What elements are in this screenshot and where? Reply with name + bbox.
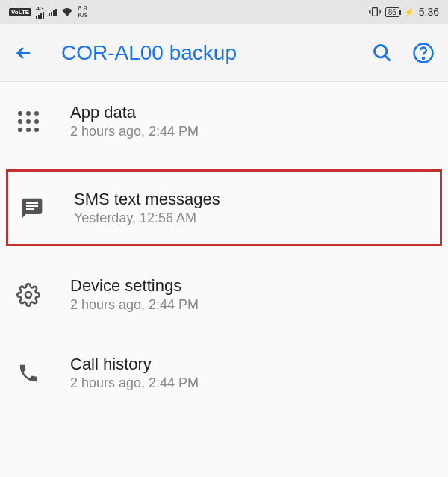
list-item-device-settings[interactable]: Device settings 2 hours ago, 2:44 PM: [0, 255, 448, 334]
search-icon: [372, 43, 393, 63]
arrow-left-icon: [13, 43, 34, 63]
charging-icon: ⚡: [404, 7, 414, 17]
help-icon: [412, 42, 435, 64]
app-bar: COR-AL00 backup: [0, 24, 448, 82]
list-item-app-data[interactable]: App data 2 hours ago, 2:44 PM: [0, 82, 448, 160]
list-item-call-history[interactable]: Call history 2 hours ago, 2:44 PM: [0, 334, 448, 412]
back-button[interactable]: [13, 43, 34, 63]
volte-badge: VoLTE: [9, 8, 31, 16]
vibrate-icon: [369, 7, 381, 17]
status-right: 86 ⚡ 5:36: [369, 6, 439, 18]
battery-indicator: 86: [385, 7, 399, 17]
item-subtitle: 2 hours ago, 2:44 PM: [70, 297, 199, 313]
page-title: COR-AL00 backup: [61, 41, 352, 65]
status-bar: VoLTE 4G 6.9 K/s 86 ⚡ 5:36: [0, 0, 448, 24]
svg-rect-0: [372, 8, 377, 16]
item-subtitle: Yesterday, 12:56 AM: [74, 211, 220, 226]
network-indicator: 4G: [36, 6, 44, 19]
item-text: App data 2 hours ago, 2:44 PM: [70, 103, 199, 140]
help-button[interactable]: [412, 42, 435, 64]
item-title: SMS text messages: [74, 190, 220, 209]
svg-point-4: [25, 292, 31, 298]
gear-icon: [15, 281, 42, 308]
sms-icon: [19, 195, 46, 222]
item-subtitle: 2 hours ago, 2:44 PM: [70, 375, 199, 391]
status-left: VoLTE 4G 6.9 K/s: [9, 5, 87, 19]
item-title: Device settings: [70, 276, 199, 296]
data-speed: 6.9 K/s: [78, 5, 87, 19]
item-text: Call history 2 hours ago, 2:44 PM: [70, 355, 199, 391]
signal-bars-icon: [36, 12, 44, 19]
list-item-sms[interactable]: SMS text messages Yesterday, 12:56 AM: [6, 169, 442, 246]
svg-point-1: [375, 45, 387, 57]
backup-list: App data 2 hours ago, 2:44 PM SMS text m…: [0, 82, 448, 412]
item-title: App data: [70, 103, 199, 122]
svg-point-3: [423, 57, 424, 58]
apps-icon: [15, 108, 42, 135]
clock: 5:36: [419, 6, 439, 18]
item-text: SMS text messages Yesterday, 12:56 AM: [74, 190, 220, 226]
wifi-icon: [61, 7, 73, 16]
phone-icon: [15, 360, 42, 387]
item-title: Call history: [70, 355, 199, 374]
search-button[interactable]: [372, 43, 393, 63]
item-text: Device settings 2 hours ago, 2:44 PM: [70, 276, 199, 313]
signal-bars-icon: [49, 9, 57, 16]
item-subtitle: 2 hours ago, 2:44 PM: [70, 124, 199, 140]
